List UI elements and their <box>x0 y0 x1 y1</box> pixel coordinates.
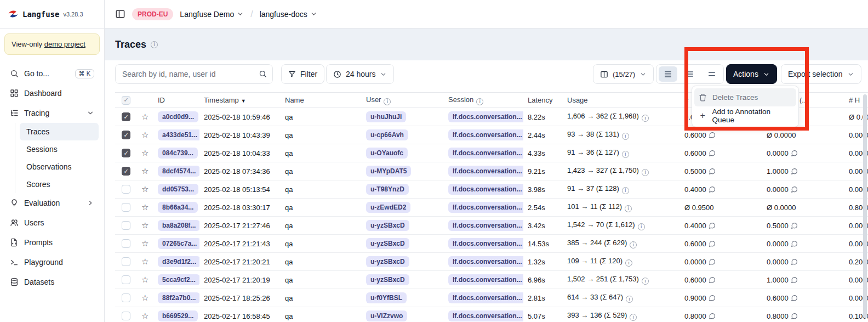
user-column-header[interactable]: Useri <box>362 93 444 108</box>
session-badge[interactable]: lf.docs.conversation... <box>448 292 523 303</box>
session-badge[interactable]: lf.docs.conversation... <box>448 256 523 267</box>
trace-id-badge[interactable]: a0cd0d9... <box>158 111 198 122</box>
user-badge[interactable]: u-yzSBxcD <box>366 256 409 267</box>
sidebar-item-tracing[interactable]: Tracing <box>5 103 99 123</box>
row-checkbox[interactable]: ✓ <box>122 167 130 176</box>
sidebar-item-playground[interactable]: Playground <box>5 252 99 272</box>
row-checkbox[interactable]: ✓ <box>122 131 130 139</box>
vertical-scrollbar[interactable] <box>863 94 867 318</box>
trace-id-badge[interactable]: 8dcf4574... <box>158 166 199 177</box>
session-badge[interactable]: lf.docs.conversation... <box>448 202 523 213</box>
name-column-header[interactable]: Name <box>281 93 362 108</box>
id-column-header[interactable]: ID <box>153 93 199 108</box>
session-badge[interactable]: lf.docs.conversation... <box>448 220 523 231</box>
sidebar-item-datasets[interactable]: Datasets <box>5 272 99 292</box>
sidebar-item-goto[interactable]: Go to... ⌘ K <box>5 64 99 83</box>
user-badge[interactable]: u-yzSBxcD <box>366 274 409 285</box>
bookmark-star-icon[interactable]: ☆ <box>141 293 149 302</box>
usage-column-header[interactable]: Usage <box>563 93 680 108</box>
comment-icon <box>791 186 798 193</box>
row-checkbox[interactable]: ✓ <box>122 112 130 121</box>
trace-id-badge[interactable]: b669529... <box>158 310 198 321</box>
row-checkbox[interactable]: ✓ <box>122 149 130 157</box>
row-checkbox[interactable]: ✓ <box>122 239 130 248</box>
filter-button[interactable]: Filter <box>281 64 324 84</box>
trace-id-badge[interactable]: 07265c7a... <box>158 238 199 249</box>
session-badge[interactable]: lf.docs.conversation... <box>448 166 523 177</box>
bookmark-star-icon[interactable]: ☆ <box>141 257 149 266</box>
org-switcher[interactable]: Langfuse Demo <box>180 10 244 19</box>
sidebar-item-dashboard[interactable]: Dashboard <box>5 83 99 103</box>
row-checkbox[interactable]: ✓ <box>122 185 130 194</box>
user-badge[interactable]: u-yzSBxcD <box>366 238 409 249</box>
search-icon[interactable] <box>259 70 267 78</box>
user-badge[interactable]: u-f0YfBSL <box>366 292 407 303</box>
trace-id-badge[interactable]: d3e9d1f2... <box>158 256 199 267</box>
sidebar-item-traces[interactable]: Traces <box>20 123 99 140</box>
session-badge[interactable]: lf.docs.conversation... <box>448 129 523 140</box>
trace-id-badge[interactable]: 084c739... <box>158 148 198 159</box>
row-height-small-button[interactable] <box>659 66 677 82</box>
bookmark-star-icon[interactable]: ☆ <box>141 202 149 212</box>
column-visibility-button[interactable]: (15/27) <box>593 64 654 84</box>
panel-left-icon[interactable] <box>115 9 125 19</box>
session-badge[interactable]: lf.docs.conversation... <box>448 184 523 195</box>
export-selection-button[interactable]: Export selection <box>781 64 861 84</box>
bookmark-star-icon[interactable]: ☆ <box>141 112 149 121</box>
search-input[interactable] <box>115 64 273 84</box>
user-badge[interactable]: u-zEwdED2 <box>366 202 410 213</box>
sidebar-item-users[interactable]: Users <box>5 213 99 233</box>
demo-project-link[interactable]: demo project <box>44 40 85 48</box>
row-checkbox[interactable]: ✓ <box>122 275 130 284</box>
user-badge[interactable]: u-yzSBxcD <box>366 220 409 231</box>
sidebar-item-sessions[interactable]: Sessions <box>20 140 99 158</box>
project-switcher[interactable]: langfuse-docs <box>260 10 317 19</box>
bookmark-star-icon[interactable]: ☆ <box>141 148 149 157</box>
row-checkbox[interactable]: ✓ <box>122 257 130 266</box>
latency-column-header[interactable]: Latency <box>523 93 563 108</box>
trace-id-badge[interactable]: a433de51... <box>158 129 199 140</box>
sidebar-item-prompts[interactable]: Prompts <box>5 233 99 252</box>
user-badge[interactable]: u-OYauofc <box>366 148 408 159</box>
session-badge[interactable]: lf.docs.conversation... <box>448 111 523 122</box>
bookmark-star-icon[interactable]: ☆ <box>141 275 149 284</box>
row-checkbox[interactable]: ✓ <box>122 203 130 212</box>
timerange-button[interactable]: 24 hours <box>326 64 394 84</box>
user-badge[interactable]: u-cp66Avh <box>366 129 408 140</box>
table-row: ✓ ☆ d3e9d1f2... 2025-02-17 21:20:21 qa u… <box>115 253 868 271</box>
session-badge[interactable]: lf.docs.conversation... <box>448 148 523 159</box>
user-badge[interactable]: u-T98YnzD <box>366 184 409 195</box>
trace-id-badge[interactable]: dd05753... <box>158 184 198 195</box>
sidebar-item-observations[interactable]: Observations <box>20 158 99 176</box>
row-height-large-button[interactable] <box>703 66 721 82</box>
trace-id-badge[interactable]: ba8a208f... <box>158 220 199 231</box>
menu-item-add-to-annotation-queue[interactable]: + Add to Annotation Queue <box>694 106 796 125</box>
bookmark-star-icon[interactable]: ☆ <box>141 130 149 139</box>
session-badge[interactable]: lf.docs.conversation... <box>448 310 523 321</box>
session-badge[interactable]: lf.docs.conversation... <box>448 274 523 285</box>
sidebar-item-scores[interactable]: Scores <box>20 176 99 193</box>
trace-id-badge[interactable]: 8b66a34... <box>158 202 198 213</box>
user-badge[interactable]: u-huJhuJi <box>366 111 406 122</box>
row-height-medium-button[interactable] <box>681 66 699 82</box>
sidebar-item-evaluation[interactable]: Evaluation <box>5 193 99 213</box>
timestamp-column-header[interactable]: Timestamp▼ <box>199 93 281 108</box>
row-checkbox[interactable]: ✓ <box>122 312 130 320</box>
session-badge[interactable]: lf.docs.conversation... <box>448 238 523 249</box>
bookmark-star-icon[interactable]: ☆ <box>141 239 149 248</box>
session-column-header[interactable]: Sessioni <box>444 93 523 108</box>
bookmark-star-icon[interactable]: ☆ <box>141 166 149 176</box>
actions-button[interactable]: Actions <box>726 64 777 84</box>
user-badge[interactable]: u-MYpDAT5 <box>366 166 411 177</box>
row-checkbox[interactable]: ✓ <box>122 221 130 230</box>
menu-item-delete-traces[interactable]: Delete Traces <box>694 88 796 106</box>
select-all-checkbox[interactable]: ✓ <box>122 96 130 105</box>
environment-badge: PROD-EU <box>132 8 173 20</box>
trace-id-badge[interactable]: 88f2a7b0... <box>158 292 199 303</box>
bookmark-star-icon[interactable]: ☆ <box>141 221 149 230</box>
row-checkbox[interactable]: ✓ <box>122 293 130 302</box>
user-badge[interactable]: u-VIZzvwo <box>366 310 407 321</box>
bookmark-star-icon[interactable]: ☆ <box>141 184 149 194</box>
bookmark-star-icon[interactable]: ☆ <box>141 311 149 320</box>
trace-id-badge[interactable]: 5cca9cf2... <box>158 274 199 285</box>
